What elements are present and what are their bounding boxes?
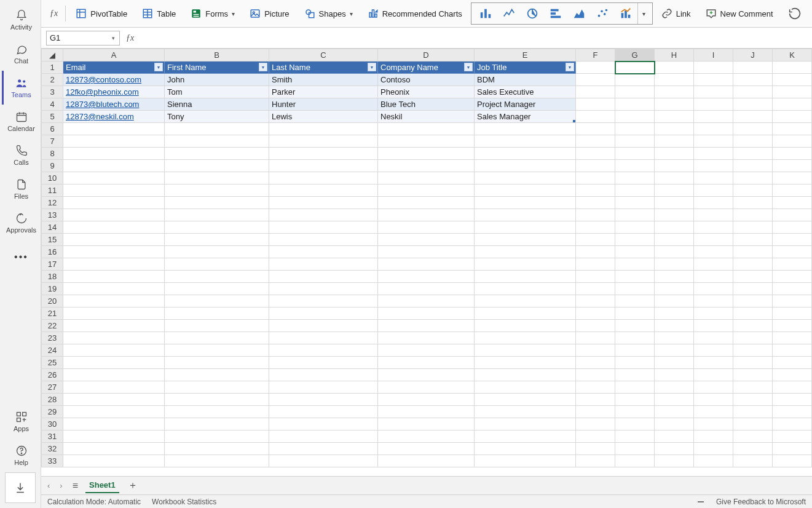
cell-K12[interactable] <box>773 197 812 209</box>
cell-B7[interactable] <box>165 135 269 148</box>
cell-H2[interactable] <box>655 74 694 86</box>
cell-D16[interactable] <box>378 246 475 258</box>
row-header-7[interactable]: 7 <box>42 135 63 148</box>
cell-A29[interactable] <box>63 406 165 418</box>
cell-C6[interactable] <box>269 123 378 135</box>
row-header-6[interactable]: 6 <box>42 123 63 135</box>
cell-I19[interactable] <box>694 283 733 295</box>
cell-J11[interactable] <box>733 185 773 197</box>
cell-G18[interactable] <box>615 271 655 283</box>
cell-I18[interactable] <box>694 271 733 283</box>
cell-E19[interactable] <box>475 283 576 295</box>
cell-D26[interactable] <box>378 369 475 381</box>
cell-F14[interactable] <box>576 221 615 234</box>
cell-H14[interactable] <box>655 221 694 234</box>
row-header-27[interactable]: 27 <box>42 381 63 394</box>
cell-G20[interactable] <box>615 295 655 308</box>
cell-F15[interactable] <box>576 234 615 246</box>
cell-J8[interactable] <box>733 148 773 160</box>
cell-K20[interactable] <box>773 295 812 308</box>
cell-D11[interactable] <box>378 185 475 197</box>
cell-E22[interactable] <box>475 320 576 332</box>
cell-B1[interactable]: First Name▼ <box>165 62 269 74</box>
filter-dropdown-icon[interactable]: ▼ <box>464 63 473 71</box>
cell-I6[interactable] <box>694 123 733 135</box>
cell-I27[interactable] <box>694 381 733 394</box>
cell-D22[interactable] <box>378 320 475 332</box>
row-header-10[interactable]: 10 <box>42 172 63 185</box>
cell-D32[interactable] <box>378 443 475 455</box>
cell-J2[interactable] <box>733 74 773 86</box>
cell-I7[interactable] <box>694 135 733 148</box>
cell-I14[interactable] <box>694 221 733 234</box>
cell-K11[interactable] <box>773 185 812 197</box>
cell-H6[interactable] <box>655 123 694 135</box>
row-header-12[interactable]: 12 <box>42 197 63 209</box>
cell-G32[interactable] <box>615 443 655 455</box>
cell-C16[interactable] <box>269 246 378 258</box>
cell-K27[interactable] <box>773 381 812 394</box>
chevron-down-icon[interactable]: ▾ <box>108 33 118 44</box>
cell-B13[interactable] <box>165 209 269 221</box>
cell-D1[interactable]: Company Name▼ <box>378 62 475 74</box>
cell-D13[interactable] <box>378 209 475 221</box>
cell-H19[interactable] <box>655 283 694 295</box>
cell-J33[interactable] <box>733 455 773 467</box>
cell-D9[interactable] <box>378 160 475 172</box>
cell-B30[interactable] <box>165 418 269 431</box>
cell-F8[interactable] <box>576 148 615 160</box>
cell-E6[interactable] <box>475 123 576 135</box>
cell-D25[interactable] <box>378 357 475 369</box>
cell-C19[interactable] <box>269 283 378 295</box>
cell-G5[interactable] <box>615 111 655 123</box>
cell-H13[interactable] <box>655 209 694 221</box>
cell-B20[interactable] <box>165 295 269 308</box>
cell-I12[interactable] <box>694 197 733 209</box>
cell-C11[interactable] <box>269 185 378 197</box>
cell-I21[interactable] <box>694 308 733 320</box>
cell-H24[interactable] <box>655 344 694 357</box>
cell-J9[interactable] <box>733 160 773 172</box>
row-header-9[interactable]: 9 <box>42 160 63 172</box>
cell-K9[interactable] <box>773 160 812 172</box>
cell-C17[interactable] <box>269 258 378 271</box>
row-header-33[interactable]: 33 <box>42 455 63 467</box>
cell-D27[interactable] <box>378 381 475 394</box>
cell-G4[interactable] <box>615 98 655 111</box>
cell-E3[interactable]: Sales Executive <box>475 86 576 98</box>
cell-B2[interactable]: John <box>165 74 269 86</box>
cell-J25[interactable] <box>733 357 773 369</box>
cell-A12[interactable] <box>63 197 165 209</box>
cell-C28[interactable] <box>269 394 378 406</box>
cell-A30[interactable] <box>63 418 165 431</box>
cell-I25[interactable] <box>694 357 733 369</box>
cell-H26[interactable] <box>655 369 694 381</box>
cell-B15[interactable] <box>165 234 269 246</box>
cell-G28[interactable] <box>615 394 655 406</box>
row-header-22[interactable]: 22 <box>42 320 63 332</box>
cell-A16[interactable] <box>63 246 165 258</box>
email-link[interactable]: 12fko@pheonix.com <box>66 87 139 97</box>
cell-J15[interactable] <box>733 234 773 246</box>
cell-B8[interactable] <box>165 148 269 160</box>
cell-K23[interactable] <box>773 332 812 344</box>
chart-gallery-dropdown[interactable]: ▾ <box>637 3 650 24</box>
cell-C12[interactable] <box>269 197 378 209</box>
cell-J20[interactable] <box>733 295 773 308</box>
email-link[interactable]: 12873@blutech.com <box>66 100 139 109</box>
cell-F3[interactable] <box>576 86 615 98</box>
cell-H28[interactable] <box>655 394 694 406</box>
cell-A26[interactable] <box>63 369 165 381</box>
cell-K21[interactable] <box>773 308 812 320</box>
cell-G22[interactable] <box>615 320 655 332</box>
rail-more[interactable]: ••• <box>2 240 39 274</box>
calc-mode-label[interactable]: Calculation Mode: Automatic <box>47 498 141 506</box>
link-button[interactable]: Link <box>655 3 697 24</box>
cell-C15[interactable] <box>269 234 378 246</box>
spreadsheet-grid[interactable]: ◢ABCDEFGHIJK1Email▼First Name▼Last Name▼… <box>41 49 812 476</box>
cell-E17[interactable] <box>475 258 576 271</box>
cell-C9[interactable] <box>269 160 378 172</box>
cell-K24[interactable] <box>773 344 812 357</box>
cell-I13[interactable] <box>694 209 733 221</box>
row-header-2[interactable]: 2 <box>42 74 63 86</box>
